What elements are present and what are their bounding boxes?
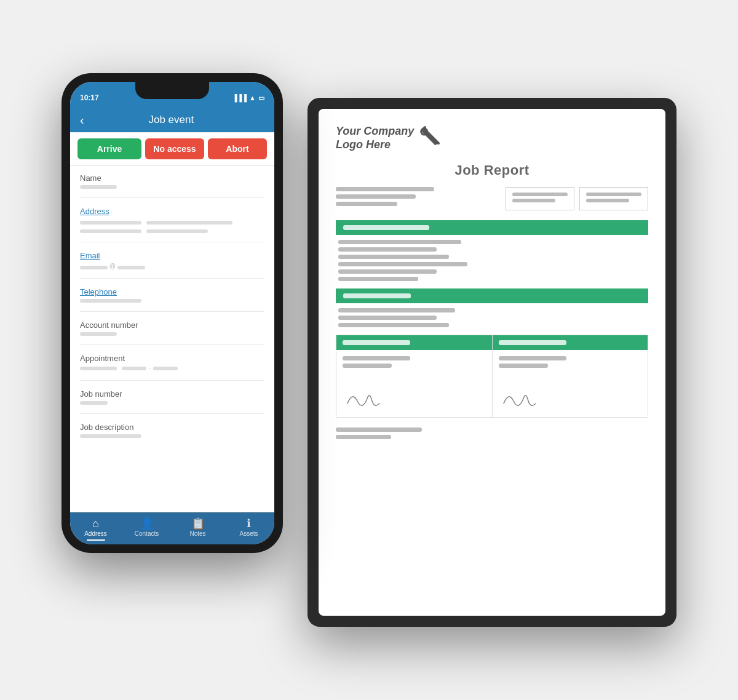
field-name: Name [80, 173, 264, 198]
report-section-1 [336, 220, 648, 281]
section-1-header [336, 220, 648, 235]
phone-header: ‹ Job event [70, 109, 274, 132]
phone-content: Name Address [70, 166, 274, 512]
address-label[interactable]: Address [80, 207, 264, 216]
col-left-header [336, 335, 492, 350]
section-1-body [336, 240, 648, 281]
abort-button[interactable]: Abort [208, 138, 267, 159]
report-section-2 [336, 288, 648, 327]
section-2-header [336, 288, 648, 303]
name-value [80, 185, 117, 189]
report-title: Job Report [336, 162, 648, 178]
report-info-area [336, 187, 648, 210]
nav-assets[interactable]: ℹ Assets [223, 517, 274, 542]
nav-contacts-label: Contacts [135, 530, 159, 537]
no-access-button[interactable]: No access [145, 138, 204, 159]
field-job-number: Job number [80, 389, 264, 414]
info-box-1 [506, 187, 574, 210]
arrive-button[interactable]: Arrive [77, 138, 141, 159]
bottom-nav: ⌂ Address 👤 Contacts 📋 Notes ℹ Assets [70, 512, 274, 544]
nav-assets-label: Assets [239, 530, 258, 537]
back-button[interactable]: ‹ [80, 114, 84, 126]
screen-title: Job event [90, 114, 252, 126]
company-logo-text: Your CompanyLogo Here [336, 125, 414, 151]
status-icons: ▐▐▐ ▲ ▭ [232, 94, 264, 102]
col-left-body [336, 350, 492, 374]
phone-notch [135, 82, 209, 99]
signature-col-right [493, 335, 648, 417]
nav-notes[interactable]: 📋 Notes [172, 517, 223, 542]
tablet-device: Your CompanyLogo Here [308, 98, 676, 627]
job-desc-label: Job description [80, 423, 264, 432]
nav-notes-label: Notes [189, 530, 205, 537]
status-time: 10:17 [80, 93, 99, 102]
account-label: Account number [80, 320, 264, 330]
field-email: Email @ [80, 251, 264, 279]
company-logo-area: Your CompanyLogo Here [336, 124, 443, 153]
assets-icon: ℹ [247, 518, 251, 529]
signature-section [336, 335, 648, 418]
field-job-description: Job description [80, 423, 264, 447]
report-header: Your CompanyLogo Here [336, 124, 648, 153]
report-footer [336, 428, 648, 439]
phone-device: 10:17 ▐▐▐ ▲ ▭ ‹ Job event Arrive No acce… [62, 73, 283, 553]
action-buttons-bar: Arrive No access Abort [70, 132, 274, 166]
field-account-number: Account number [80, 320, 264, 345]
contacts-icon: 👤 [140, 518, 154, 529]
signal-icon: ▐▐▐ [232, 94, 247, 101]
report-document: Your CompanyLogo Here [319, 109, 665, 616]
signature-left [336, 374, 492, 417]
wifi-icon: ▲ [249, 94, 256, 101]
job-number-label: Job number [80, 389, 264, 399]
info-box-2 [579, 187, 648, 210]
report-info-left [336, 187, 496, 206]
svg-line-3 [423, 127, 425, 130]
signature-col-left [336, 335, 493, 417]
col-right-header [493, 335, 648, 350]
notes-icon: 📋 [191, 518, 205, 529]
signature-right [493, 374, 648, 417]
telephone-label[interactable]: Telephone [80, 287, 264, 296]
col-right-body [493, 350, 648, 374]
svg-rect-0 [422, 129, 438, 146]
battery-icon: ▭ [258, 94, 264, 102]
appointment-label: Appointment [80, 354, 264, 363]
section-2-body [336, 308, 648, 327]
email-label[interactable]: Email [80, 251, 264, 260]
wrench-icon [419, 124, 443, 153]
home-icon: ⌂ [92, 518, 99, 529]
field-address: Address [80, 207, 264, 242]
field-telephone: Telephone [80, 287, 264, 312]
nav-address-label: Address [84, 530, 107, 537]
field-appointment: Appointment - [80, 354, 264, 381]
nav-contacts[interactable]: 👤 Contacts [121, 517, 172, 542]
report-info-right [506, 187, 648, 210]
nav-address[interactable]: ⌂ Address [70, 517, 121, 542]
name-label: Name [80, 173, 264, 183]
